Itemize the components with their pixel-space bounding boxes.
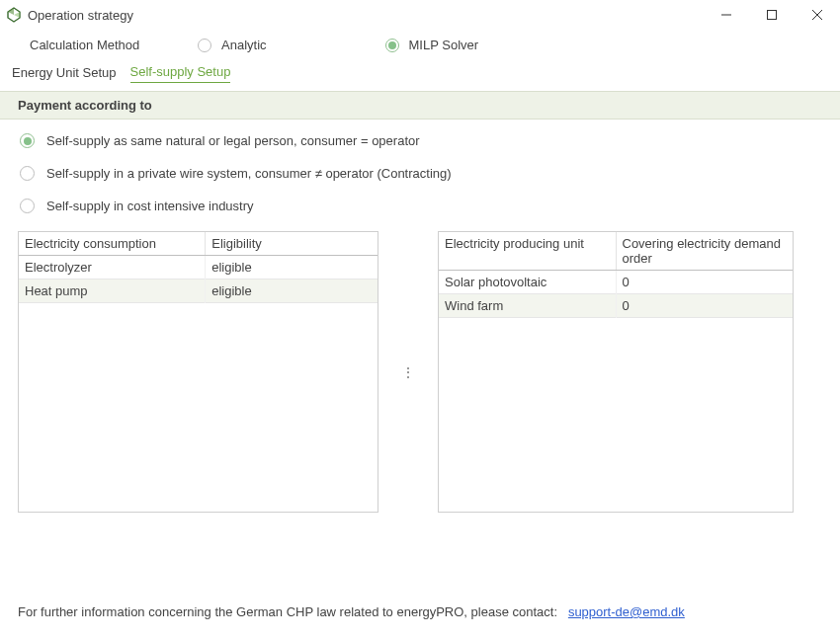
app-icon [6,7,22,23]
splitter-handle-icon[interactable]: ⋮ [401,370,415,374]
tab-energy-unit-setup[interactable]: Energy Unit Setup [12,65,117,83]
titlebar: Operation strategy [0,0,840,30]
footer-note: For further information concerning the G… [18,604,685,619]
radio-icon [20,166,35,181]
radio-analytic[interactable]: Analytic [198,38,267,52]
minimize-button[interactable] [704,0,749,30]
col-demand-order[interactable]: Covering electricity demand order [616,232,793,271]
table-header-row: Electricity consumption Eligibility [19,232,378,256]
table-row[interactable]: Solar photovoltaic 0 [439,271,793,294]
radio-milp-solver[interactable]: MILP Solver [385,38,479,52]
cell: 0 [616,294,793,318]
window-controls [704,0,840,30]
cell: eligible [206,280,378,303]
calculation-method-label: Calculation Method [30,38,158,52]
setup-tabs: Energy Unit Setup Self-supply Setup [0,64,840,83]
payment-option-label: Self-supply in a private wire system, co… [46,166,452,181]
svg-rect-1 [768,11,777,20]
radio-icon [198,39,211,52]
support-email-link[interactable]: support-de@emd.dk [568,604,685,619]
radio-analytic-label: Analytic [221,38,267,52]
tables-row: Electricity consumption Eligibility Elec… [0,231,840,513]
col-producing-unit[interactable]: Electricity producing unit [439,232,616,271]
radio-icon [20,199,35,213]
section-header-payment: Payment according to [0,91,840,120]
payment-option-same-person[interactable]: Self-supply as same natural or legal per… [20,133,820,148]
electricity-consumption-table[interactable]: Electricity consumption Eligibility Elec… [18,231,378,513]
cell: Heat pump [19,280,206,303]
radio-icon-selected [20,133,35,148]
cell: Solar photovoltaic [439,271,616,294]
table-row[interactable]: Heat pump eligible [19,280,378,303]
footer-text: For further information concerning the G… [18,604,557,619]
cell: 0 [616,271,793,294]
payment-option-label: Self-supply as same natural or legal per… [46,133,420,148]
col-eligibility[interactable]: Eligibility [206,232,378,256]
payment-options: Self-supply as same natural or legal per… [0,120,840,231]
table-row[interactable]: Electrolyzer eligible [19,256,378,280]
payment-option-cost-intensive[interactable]: Self-supply in cost intensive industry [20,199,820,213]
col-electricity-consumption[interactable]: Electricity consumption [19,232,206,256]
table-row[interactable]: Wind farm 0 [439,294,793,318]
maximize-button[interactable] [749,0,795,30]
table-header-row: Electricity producing unit Covering elec… [439,232,793,271]
tab-self-supply-setup[interactable]: Self-supply Setup [130,64,231,83]
close-button[interactable] [795,0,840,30]
calculation-method-row: Calculation Method Analytic MILP Solver [0,30,840,64]
payment-option-label: Self-supply in cost intensive industry [46,199,254,213]
electricity-producing-table[interactable]: Electricity producing unit Covering elec… [438,231,794,513]
cell: eligible [206,256,378,280]
cell: Wind farm [439,294,616,318]
payment-option-private-wire[interactable]: Self-supply in a private wire system, co… [20,166,820,181]
radio-icon-selected [385,39,399,52]
radio-milp-label: MILP Solver [409,38,479,52]
window-title: Operation strategy [28,8,133,23]
cell: Electrolyzer [19,256,206,280]
